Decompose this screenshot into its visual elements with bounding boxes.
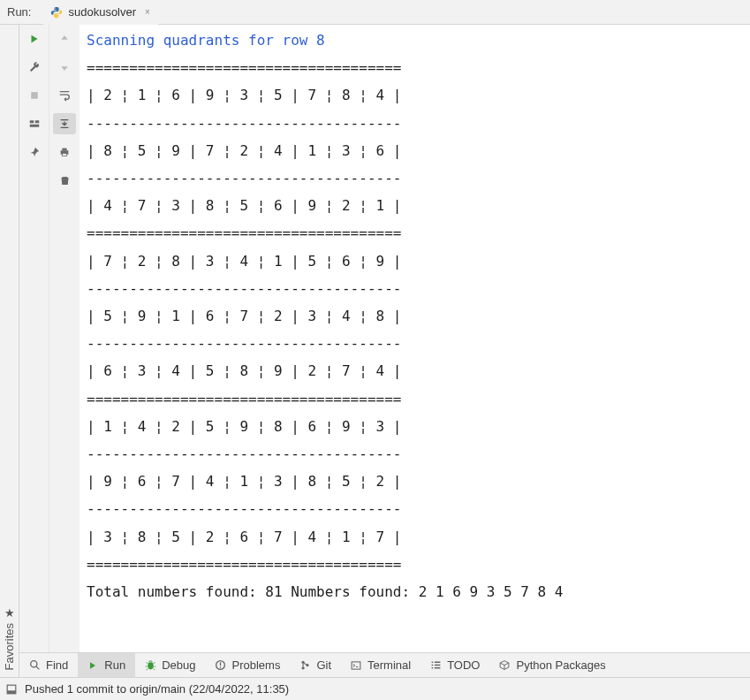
console-line: | 7 ¦ 2 ¦ 8 | 3 ¦ 4 ¦ 1 | 5 ¦ 6 ¦ 9 | xyxy=(87,247,743,275)
run-output-toolbar xyxy=(49,25,80,652)
console-line: | 3 ¦ 8 ¦ 5 | 2 ¦ 6 ¦ 7 | 4 ¦ 1 ¦ 7 | xyxy=(87,523,743,551)
bottom-toolwindow-tabs: FindRunDebugProblemsGitTerminalTODOPytho… xyxy=(19,652,750,677)
toolwindow-tab-run[interactable]: Run xyxy=(78,653,135,677)
console-line: ===================================== xyxy=(87,54,743,81)
console-line: | 4 ¦ 7 ¦ 3 | 8 ¦ 5 ¦ 6 | 9 ¦ 2 ¦ 1 | xyxy=(87,192,743,219)
play-icon xyxy=(87,659,99,672)
status-message: Pushed 1 commit to origin/main (22/04/20… xyxy=(25,682,289,696)
rerun-button[interactable] xyxy=(23,28,46,49)
run-left-toolbar xyxy=(19,25,49,652)
svg-rect-17 xyxy=(352,661,360,668)
toolwindow-tab-git[interactable]: Git xyxy=(290,653,341,677)
toolwindow-tab-label: Git xyxy=(316,658,331,672)
console-line: ===================================== xyxy=(87,551,743,578)
console-line: | 5 ¦ 9 ¦ 1 | 6 ¦ 7 ¦ 2 | 3 ¦ 4 ¦ 8 | xyxy=(87,302,743,330)
toolwindow-tab-python-packages[interactable]: Python Packages xyxy=(489,653,615,677)
toolwindow-tab-label: Debug xyxy=(162,658,195,672)
svg-point-1 xyxy=(58,16,59,17)
python-file-icon xyxy=(50,6,63,19)
run-toolwindow-header: Run: sudokusolver × xyxy=(0,0,750,25)
toolwindow-tab-label: Problems xyxy=(231,658,280,672)
up-arrow-icon[interactable] xyxy=(53,28,76,49)
todo-icon xyxy=(429,659,442,672)
console-line: ------------------------------------- xyxy=(87,330,743,357)
svg-rect-3 xyxy=(29,120,34,123)
run-tab-title: sudokusolver xyxy=(68,5,136,19)
svg-rect-19 xyxy=(7,690,16,694)
close-icon[interactable]: × xyxy=(145,7,150,17)
vcs-status-icon[interactable] xyxy=(5,683,18,696)
soft-wrap-icon[interactable] xyxy=(53,85,76,106)
console-line: ------------------------------------- xyxy=(87,495,743,522)
console-line: Scanning quadrants for row 8 xyxy=(87,27,743,54)
svg-rect-5 xyxy=(29,125,39,127)
favorites-label: Favorites xyxy=(3,623,16,670)
left-tool-rail: Favorites ★ xyxy=(0,25,19,677)
console-line: | 6 ¦ 3 ¦ 4 | 5 ¦ 8 ¦ 9 | 2 ¦ 7 ¦ 4 | xyxy=(87,357,743,384)
console-line: ===================================== xyxy=(87,385,743,413)
favorites-toolwindow-button[interactable]: Favorites ★ xyxy=(3,606,16,670)
svg-point-0 xyxy=(55,7,56,8)
print-icon[interactable] xyxy=(53,141,76,163)
trash-icon[interactable] xyxy=(53,170,76,191)
svg-rect-7 xyxy=(62,148,66,151)
console-line: | 8 ¦ 5 ¦ 9 | 7 ¦ 2 ¦ 4 | 1 ¦ 3 ¦ 6 | xyxy=(87,137,743,164)
git-icon xyxy=(299,659,311,672)
console-line: Total numbers found: 81 Numbers found: 2… xyxy=(87,578,743,605)
toolwindow-tab-find[interactable]: Find xyxy=(19,653,78,677)
console-line: ------------------------------------- xyxy=(87,164,743,192)
run-header-label: Run: xyxy=(7,5,36,19)
svg-rect-13 xyxy=(220,667,221,668)
star-icon: ★ xyxy=(3,606,16,620)
toolwindow-tab-label: TODO xyxy=(447,658,480,672)
console-line: ------------------------------------- xyxy=(87,110,743,137)
svg-rect-2 xyxy=(31,92,38,99)
svg-point-14 xyxy=(301,661,304,664)
svg-point-9 xyxy=(30,661,36,667)
search-icon xyxy=(28,659,41,672)
wrench-icon[interactable] xyxy=(23,57,46,78)
warning-icon xyxy=(214,659,226,672)
toolwindow-tab-label: Terminal xyxy=(367,658,411,672)
console-output[interactable]: Scanning quadrants for row 8============… xyxy=(80,25,750,652)
toolwindow-tab-label: Find xyxy=(46,658,68,672)
svg-rect-12 xyxy=(220,662,221,666)
toolwindow-tab-problems[interactable]: Problems xyxy=(205,653,290,677)
terminal-icon xyxy=(350,659,362,672)
down-arrow-icon[interactable] xyxy=(53,57,76,78)
pin-icon[interactable] xyxy=(23,141,46,163)
toolwindow-tab-todo[interactable]: TODO xyxy=(420,653,489,677)
toolwindow-tab-debug[interactable]: Debug xyxy=(135,653,205,677)
svg-point-15 xyxy=(301,666,304,669)
svg-rect-4 xyxy=(34,120,39,123)
status-bar: Pushed 1 commit to origin/main (22/04/20… xyxy=(0,677,750,700)
svg-rect-8 xyxy=(62,154,66,156)
scroll-to-end-icon[interactable] xyxy=(53,113,76,134)
console-line: | 1 ¦ 4 ¦ 2 | 5 ¦ 9 ¦ 8 | 6 ¦ 9 ¦ 3 | xyxy=(87,413,743,440)
toolwindow-tab-label: Run xyxy=(104,658,125,672)
console-line: ===================================== xyxy=(87,219,743,247)
svg-point-10 xyxy=(148,662,154,669)
layout-icon[interactable] xyxy=(23,113,46,134)
console-line: | 2 ¦ 1 ¦ 6 | 9 ¦ 3 ¦ 5 | 7 ¦ 8 ¦ 4 | xyxy=(87,81,743,109)
stop-button[interactable] xyxy=(23,85,46,106)
bug-icon xyxy=(144,659,156,672)
console-line: ------------------------------------- xyxy=(87,275,743,302)
toolwindow-tab-terminal[interactable]: Terminal xyxy=(341,653,420,677)
run-tab[interactable]: sudokusolver × xyxy=(43,0,157,25)
packages-icon xyxy=(498,659,511,672)
toolwindow-tab-label: Python Packages xyxy=(516,658,605,672)
console-line: | 9 ¦ 6 ¦ 7 | 4 ¦ 1 ¦ 3 | 8 ¦ 5 ¦ 2 | xyxy=(87,468,743,495)
console-line: ------------------------------------- xyxy=(87,440,743,468)
